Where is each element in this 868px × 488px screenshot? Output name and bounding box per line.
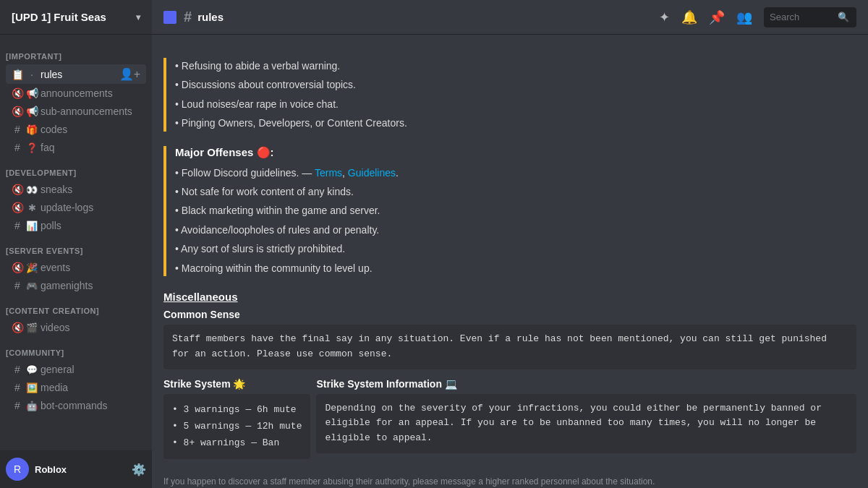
party-icon: 🎉	[26, 262, 38, 273]
rule-major-1: • Follow Discord guidelines. — Terms, Gu…	[175, 165, 856, 181]
channel-name-gamenights: gamenights	[41, 280, 140, 291]
channel-name-videos: videos	[41, 322, 140, 333]
threads-icon[interactable]: ✦	[659, 9, 670, 25]
channel-item-bot-commands[interactable]: # 🤖 bot-commands	[6, 397, 146, 414]
gift-icon: 🎁	[26, 124, 38, 135]
channel-name-sneaks: sneaks	[41, 184, 140, 195]
server-name-bar[interactable]: [UPD 1] Fruit Seas ▾	[0, 0, 152, 35]
rule-major-2: • Not safe for work content of any kinds…	[175, 184, 856, 200]
strike-system-list: • 3 warnings — 6h mute • 5 warnings — 12…	[163, 394, 310, 459]
rule-major-6: • Macroing within the community to level…	[175, 260, 856, 276]
user-bar: R Roblox ⚙️	[0, 450, 152, 488]
hash-icon-faq: #	[12, 142, 23, 153]
category-server-events: [SERVER EVENTS]	[0, 235, 152, 258]
rule-minor-4: • Pinging Owners, Developers, or Content…	[175, 115, 856, 131]
strike-item-2: • 5 warnings — 12h mute	[172, 418, 302, 435]
channel-name-codes: codes	[41, 124, 140, 135]
channel-name-update-logs: update-logs	[41, 202, 140, 213]
channel-item-sneaks[interactable]: 🔇 👀 sneaks	[6, 181, 146, 198]
settings-icon[interactable]: ⚙️	[132, 463, 146, 476]
search-input[interactable]	[770, 12, 835, 22]
channel-item-gamenights[interactable]: # 🎮 gamenights	[6, 277, 146, 294]
channel-sidebar: [UPD 1] Fruit Seas ▾ [IMPORTANT] 📋 · rul…	[0, 0, 152, 488]
footer-note: If you happen to discover a staff member…	[163, 476, 856, 487]
rule-major-3: • Black marketing within the game and se…	[175, 202, 856, 218]
channel-item-polls[interactable]: # 📊 polls	[6, 217, 146, 234]
messages-area: • Refusing to abide a verbal warning. • …	[152, 35, 868, 488]
avatar: R	[6, 458, 29, 481]
channel-item-rules[interactable]: 📋 · rules 👤+	[6, 64, 146, 84]
bar-chart-icon: 📊	[26, 221, 38, 231]
channel-item-update-logs[interactable]: 🔇 ✱ update-logs	[6, 199, 146, 216]
miscellaneous-section: Miscellaneous Common Sense Staff members…	[163, 291, 856, 488]
star-icon: ✱	[26, 202, 38, 213]
eyes-icon: 👀	[26, 184, 38, 195]
server-name: [UPD 1] Fruit Seas	[12, 11, 106, 23]
username: Roblox	[35, 464, 67, 475]
speaker-icon: 📢	[26, 87, 38, 99]
common-sense-subtitle: Common Sense	[163, 309, 856, 320]
chat-icon: 💬	[26, 364, 38, 375]
chevron-down-icon: ▾	[136, 12, 140, 22]
muted-icon4: 🔇	[12, 202, 23, 213]
channel-item-announcements[interactable]: 🔇 📢 announcements	[6, 85, 146, 102]
channel-name-announcements: announcements	[41, 87, 140, 99]
channel-name-polls: polls	[41, 220, 140, 231]
misc-title: Miscellaneous	[163, 291, 856, 303]
rule-major-5: • Any sort of slurs is strictly prohibit…	[175, 241, 856, 257]
channel-name-events: events	[41, 262, 140, 273]
strike-right-col: Strike System Information 💻 Depending on…	[316, 378, 856, 468]
major-offenses-section: Major Offenses 🔴: • Follow Discord guide…	[163, 146, 856, 276]
channel-item-media[interactable]: # 🖼️ media	[6, 379, 146, 396]
header-actions: ✦ 🔔 📌 👥 🔍	[659, 7, 856, 27]
game-icon: 🎮	[26, 281, 38, 291]
muted-icon6: 🔇	[12, 322, 23, 333]
hash-icon-gamenights: #	[12, 280, 23, 291]
rule-minor-3: • Loud noises/ear rape in voice chat.	[175, 96, 856, 112]
search-icon: 🔍	[838, 12, 849, 22]
channel-header: # rules ✦ 🔔 📌 👥 🔍	[152, 0, 868, 35]
minor-offenses-section: • Refusing to abide a verbal warning. • …	[163, 58, 856, 132]
search-box[interactable]: 🔍	[764, 7, 856, 27]
major-offenses-title: Major Offenses 🔴:	[175, 146, 856, 159]
user-info: Roblox	[35, 464, 67, 475]
notifications-icon[interactable]: 🔔	[681, 9, 697, 25]
hash-icon-codes: #	[12, 124, 23, 135]
members-icon[interactable]: 👥	[736, 9, 752, 25]
channel-item-general[interactable]: # 💬 general	[6, 361, 146, 378]
rule-minor-2: • Discussions about controversial topics…	[175, 77, 856, 93]
hash-icon-media: #	[12, 382, 23, 393]
channel-name-bot-commands: bot-commands	[41, 400, 140, 411]
terms-link[interactable]: Terms	[315, 167, 342, 179]
strike-info-box: Depending on the severity of your infrac…	[316, 394, 856, 453]
channel-name-rules: rules	[41, 69, 116, 80]
hash-symbol: #	[184, 9, 192, 25]
hash-icon-general: #	[12, 364, 23, 375]
channel-icon-header	[163, 11, 176, 24]
pin-icon[interactable]: 📌	[709, 9, 725, 25]
channel-name-faq: faq	[41, 142, 140, 153]
common-sense-box: Staff members have the final say in any …	[163, 325, 856, 369]
category-content-creation: [CONTENT CREATION]	[0, 295, 152, 318]
guidelines-link[interactable]: Guidelines	[348, 167, 396, 179]
category-community: [COMMUNITY]	[0, 337, 152, 360]
muted-icon: 🔇	[12, 87, 23, 99]
rule-minor-1: • Refusing to abide a verbal warning.	[175, 58, 856, 74]
channel-item-faq[interactable]: # ❓ faq	[6, 139, 146, 156]
channel-item-events[interactable]: 🔇 🎉 events	[6, 259, 146, 276]
channel-item-videos[interactable]: 🔇 🎬 videos	[6, 319, 146, 336]
channel-name-media: media	[41, 382, 140, 393]
strike-system-title: Strike System 🌟	[163, 378, 310, 390]
robot-icon: 🤖	[26, 401, 38, 411]
channel-name-sub-announcements: sub-announcements	[41, 106, 140, 117]
channel-name-general: general	[41, 364, 140, 375]
channel-item-sub-announcements[interactable]: 🔇 📢 sub-announcements	[6, 103, 146, 120]
add-member-icon[interactable]: 👤+	[119, 67, 140, 81]
speaker-icon2: 📢	[26, 106, 38, 117]
hash-icon-polls: #	[12, 220, 23, 231]
muted-icon3: 🔇	[12, 184, 23, 195]
channel-item-codes[interactable]: # 🎁 codes	[6, 121, 146, 138]
strike-item-1: • 3 warnings — 6h mute	[172, 401, 302, 418]
strike-table: Strike System 🌟 • 3 warnings — 6h mute •…	[163, 378, 856, 468]
strike-item-3: • 8+ warnings — Ban	[172, 435, 302, 451]
